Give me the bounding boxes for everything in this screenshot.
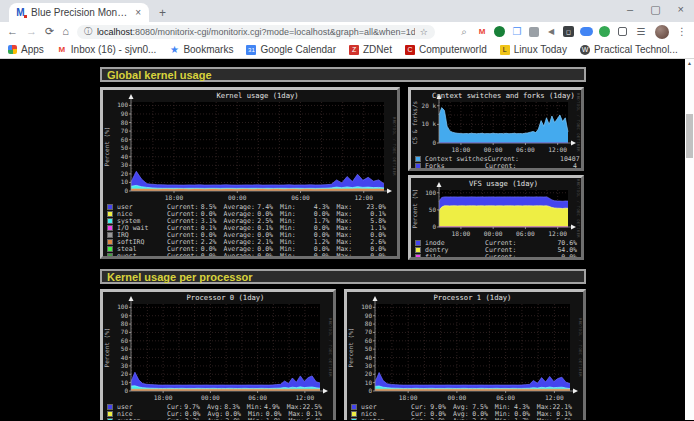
legend-row-softirq: softIRQCurrent:2.2%Average:2.1%Min:1.2%M… — [107, 238, 393, 245]
cast-extension-icon[interactable]: ◀ — [545, 26, 557, 38]
search-extension-icon[interactable]: ⌕ — [458, 26, 470, 38]
browser-titlebar: M Blue Precision Monitorix × + – ▢ × — [0, 0, 694, 22]
window-close-button[interactable]: × — [678, 3, 684, 16]
screenshot-extension-icon[interactable]: ◻ — [563, 26, 574, 37]
reload-button[interactable]: ⟳ — [45, 26, 54, 37]
legend-swatch — [351, 404, 357, 410]
legend-row-system: systemCurrent:3.1%Average:2.5%Min:1.7%Ma… — [107, 217, 393, 224]
section-header-per-processor: Kernel usage per processor — [100, 269, 586, 284]
browser-toolbar: ← → ⟳ ⌂ ⓘ localhost:8080/monitorix-cgi/m… — [0, 22, 694, 41]
processor-1-chart[interactable]: 010203040506070809010018:0000:0006:0012:… — [344, 289, 586, 420]
bookmark-item-inbox-16-sjvn0[interactable]: MInbox (16) - sjvn0... — [57, 44, 157, 55]
legend-name: system — [117, 417, 167, 420]
oval-extension-icon[interactable] — [580, 27, 593, 36]
svg-text:0: 0 — [124, 187, 128, 194]
bookmark-label: Linux Today — [514, 44, 567, 55]
forward-button[interactable]: → — [26, 26, 37, 37]
browser-tab[interactable]: M Blue Precision Monitorix × — [9, 3, 149, 22]
svg-text:VFS usage (1day): VFS usage (1day) — [469, 179, 538, 188]
bookmark-item-google-calendar[interactable]: 31Google Calendar — [246, 44, 336, 55]
legend-stat-label: Current: — [485, 253, 537, 260]
new-tab-button[interactable]: + — [159, 6, 166, 22]
gmail-icon: M — [57, 45, 67, 55]
legend-row-nice: niceCurrent:0.0%Average:0.0%Min:0.0%Max:… — [107, 210, 393, 217]
bookmark-item-zdnet[interactable]: ZZDNet — [349, 44, 392, 55]
context-switches-chart[interactable]: 010 k20 k18:0000:0006:0012:00Context swi… — [408, 87, 584, 171]
svg-text:60: 60 — [121, 136, 129, 143]
scrollbar-thumb[interactable] — [686, 114, 693, 158]
bookmark-item-practical-technol[interactable]: WPractical Technol... — [580, 44, 678, 55]
profile-avatar[interactable] — [655, 25, 669, 39]
svg-text:CS & forks/s: CS & forks/s — [411, 100, 418, 144]
processor-0-chart[interactable]: 010203040506070809010018:0000:0006:0012:… — [100, 289, 336, 420]
bookmark-label: Practical Technol... — [594, 44, 678, 55]
svg-text:06:00: 06:00 — [291, 194, 310, 201]
legend-swatch — [107, 204, 113, 210]
legend-stat: Min:1.8% — [248, 417, 289, 420]
scrollbar-up-arrow-icon[interactable]: ▲ — [685, 59, 694, 68]
svg-text:Percent (%): Percent (%) — [103, 127, 110, 167]
legend-row-nice: niceCur:0.0%Avg:0.0%Min:0.0%Max:0.1% — [107, 410, 329, 417]
circle-extension-icon[interactable] — [599, 26, 610, 37]
svg-text:50: 50 — [121, 345, 129, 352]
window-maximize-button[interactable]: ▢ — [650, 3, 660, 16]
svg-text:00:00: 00:00 — [484, 146, 503, 153]
gmail-extension-icon[interactable]: M — [476, 26, 488, 38]
bookmark-label: Apps — [21, 44, 44, 55]
bookmark-item-apps[interactable]: Apps — [8, 44, 44, 55]
bookmark-star-icon[interactable]: ☆ — [420, 27, 428, 37]
svg-text:06:00: 06:00 — [516, 146, 535, 153]
svg-text:40: 40 — [121, 354, 129, 361]
legend-name: file — [425, 253, 485, 260]
svg-text:12:00: 12:00 — [354, 194, 373, 201]
svg-text:12:00: 12:00 — [296, 394, 315, 401]
legend-stat-value: 0.0% — [537, 253, 577, 260]
svg-text:80: 80 — [365, 320, 373, 327]
bookmark-item-computerworld[interactable]: CComputerworld — [405, 44, 487, 55]
svg-text:RRDTOOL / TOBI OETIKER: RRDTOOL / TOBI OETIKER — [328, 318, 333, 377]
legend-row-user: userCurrent:8.5%Average:7.4%Min:4.3%Max:… — [107, 203, 393, 210]
page-info-icon[interactable]: ⓘ — [84, 26, 92, 37]
svg-text:RRDTOOL / TOBI OETIKER: RRDTOOL / TOBI OETIKER — [392, 117, 397, 176]
svg-text:18:00: 18:00 — [154, 394, 173, 401]
box-extension-icon[interactable] — [529, 27, 539, 37]
browser-menu-icon[interactable]: ⋮ — [677, 26, 687, 37]
address-bar[interactable]: ⓘ localhost:8080/monitorix-cgi/monitorix… — [77, 25, 435, 39]
kernel-usage-chart[interactable]: 010203040506070809010018:0000:0006:0012:… — [100, 87, 400, 259]
legend-row-i-o-wait: I/O waitCurrent:0.1%Average:0.1%Min:0.0%… — [107, 224, 393, 231]
context-switches-legend: Context switchesCurrent:10407ForksCurren… — [411, 154, 581, 169]
svg-text:12:00: 12:00 — [548, 146, 567, 153]
vfs-usage-chart[interactable]: 05010018:0000:0006:0012:00VFS usage (1da… — [408, 175, 584, 260]
url-text: localhost:8080/monitorix-cgi/monitorix.c… — [97, 27, 415, 37]
window-minimize-button[interactable]: – — [627, 3, 633, 16]
svg-text:90: 90 — [365, 312, 373, 319]
pages-extension-icon[interactable]: ❐ — [511, 26, 523, 38]
legend-swatch — [107, 239, 113, 245]
svg-text:100: 100 — [117, 303, 128, 310]
legend-swatch — [415, 247, 421, 253]
svg-text:40: 40 — [365, 354, 373, 361]
svg-text:00:00: 00:00 — [201, 394, 220, 401]
reading-list-icon[interactable]: ☰ — [635, 26, 647, 38]
legend-stat: Max:0.0% — [337, 252, 394, 259]
svg-text:18:00: 18:00 — [399, 394, 418, 401]
tab-close-icon[interactable]: × — [133, 7, 143, 18]
back-button[interactable]: ← — [7, 26, 18, 37]
extensions-puzzle-icon[interactable] — [618, 27, 627, 36]
home-button[interactable]: ⌂ — [62, 26, 69, 37]
calendar-icon: 31 — [246, 45, 256, 55]
page-scrollbar[interactable]: ▲ — [685, 59, 694, 420]
bookmark-item-bookmarks[interactable]: ★Bookmarks — [169, 44, 233, 55]
legend-stat-value: 4 — [537, 162, 577, 170]
legend-stat: Cur:2.9% — [411, 417, 453, 420]
bookmark-label: ZDNet — [363, 44, 392, 55]
legend-row-system: systemCur:2.9%Avg:2.5%Min:1.7%Max:5.5% — [351, 417, 579, 420]
svg-text:60: 60 — [121, 337, 129, 344]
context-switches-plot: 010 k20 k18:0000:0006:0012:00Context swi… — [411, 90, 581, 154]
bookmark-label: Computerworld — [419, 44, 487, 55]
legend-swatch — [107, 232, 113, 238]
globe-extension-icon[interactable] — [494, 26, 505, 37]
legend-row-inode: inodeCurrent:70.6% — [415, 239, 577, 246]
bookmark-item-linux-today[interactable]: LLinux Today — [500, 44, 567, 55]
svg-text:0: 0 — [432, 223, 436, 230]
